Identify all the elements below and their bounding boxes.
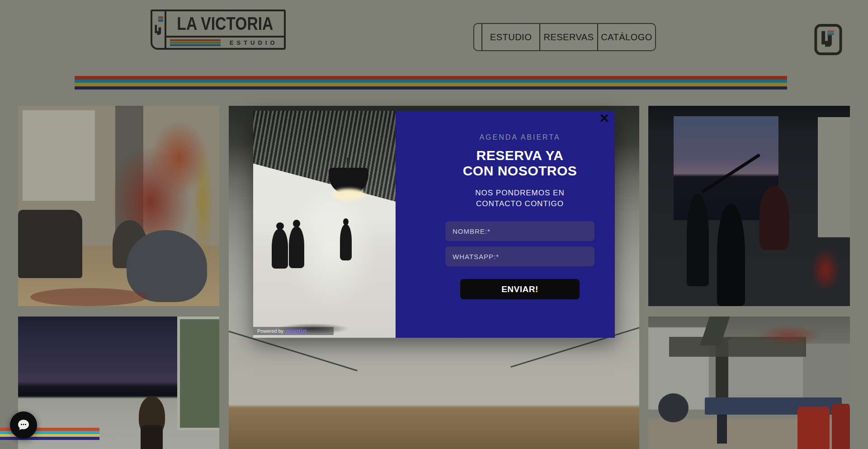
popup-title: RESERVA YA CON NOSOTROS	[445, 148, 594, 179]
rooftop-model-body-shape	[141, 425, 163, 449]
popup-subtitle-line1: NOS PONDREMOS EN	[445, 188, 594, 199]
popup-title-line2: CON NOSOTROS	[445, 163, 594, 179]
close-icon[interactable]: ✕	[599, 113, 609, 125]
main-nav: ESTUDIO RESERVAS CATÁLOGO	[473, 23, 656, 51]
popup-eyebrow: AGENDA ABIERTA	[445, 133, 594, 142]
logo-text: LA VICTORIA ESTUDIO	[166, 11, 284, 48]
popup-subtitle-line2: CONTACTO CONTIGO	[445, 199, 594, 209]
gallery-image-gameroom[interactable]	[648, 317, 850, 449]
chat-launcher[interactable]	[10, 411, 37, 439]
submit-button[interactable]: ENVIAR!	[460, 279, 580, 299]
site-logo[interactable]: LA VICTORIA ESTUDIO	[151, 9, 286, 50]
nav-item-estudio[interactable]: ESTUDIO	[482, 24, 539, 50]
badge-monogram-icon	[814, 24, 843, 56]
poptin-logo: poptin	[286, 327, 307, 335]
logo-brand-text: LA VICTORIA	[177, 11, 274, 36]
reservation-popup: Powered by poptin ✕ AGENDA ABIERTA RESER…	[253, 111, 615, 338]
gameroom-beanbag-shape	[658, 393, 689, 422]
performance-figure-window	[759, 186, 789, 250]
lounge-rug-shape	[30, 288, 147, 306]
gameroom-red-chair-shape	[797, 406, 830, 449]
performance-figure-left	[687, 194, 709, 286]
corner-logo-badge[interactable]	[814, 24, 843, 56]
popup-form: ENVIAR!	[445, 221, 594, 299]
popup-title-line1: RESERVA YA	[445, 148, 594, 163]
gallery-image-performance[interactable]	[648, 106, 850, 306]
poptin-credit[interactable]: Powered by poptin	[253, 327, 334, 335]
logo-bottom-band: ESTUDIO	[166, 36, 284, 48]
logo-monogram-icon	[152, 11, 166, 48]
popup-photo-ceiling	[253, 111, 396, 202]
powered-by-text: Powered by	[257, 328, 283, 334]
popup-photo-person-model	[340, 224, 352, 260]
popup-photo-person-camera	[289, 227, 304, 268]
name-input[interactable]	[445, 221, 594, 241]
popup-studio-photo: Powered by poptin	[253, 111, 396, 338]
brand-stripes-divider	[75, 76, 787, 90]
lounge-beanbag-shape	[127, 230, 207, 302]
gameroom-beam-shape	[700, 317, 730, 345]
logo-band-stripes	[170, 39, 221, 46]
nav-spacer	[474, 24, 482, 50]
page: LA VICTORIA ESTUDIO ESTUDIO RESERVAS CAT…	[0, 0, 868, 449]
gameroom-red-chair2-shape	[832, 404, 850, 449]
logo-sub-text: ESTUDIO	[221, 39, 284, 46]
nav-item-catalogo[interactable]: CATÁLOGO	[597, 24, 655, 50]
rooftop-window-shape	[177, 317, 219, 430]
popup-photo-person-left	[272, 229, 288, 269]
gallery-image-graffiti-lounge[interactable]	[18, 106, 219, 306]
popup-panel: ✕ AGENDA ABIERTA RESERVA YA CON NOSOTROS…	[396, 111, 615, 338]
lounge-sofa-shape	[18, 210, 82, 278]
whatsapp-input[interactable]	[445, 246, 594, 266]
nav-item-reservas[interactable]: RESERVAS	[539, 24, 597, 50]
chat-icon	[16, 418, 31, 432]
performance-figure-center	[717, 204, 745, 306]
popup-subtitle: NOS PONDREMOS EN CONTACTO CONTIGO	[445, 188, 594, 209]
performance-horn-shape	[701, 153, 760, 193]
monogram-stripes	[158, 16, 163, 21]
